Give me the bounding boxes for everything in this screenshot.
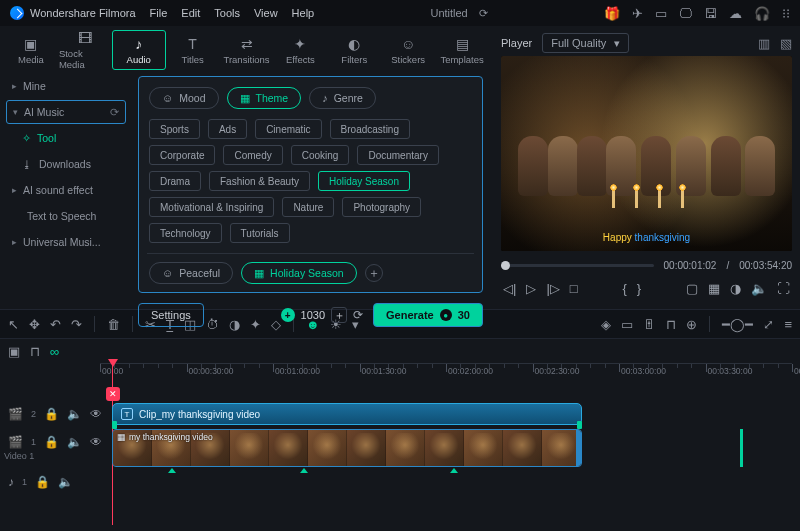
track-display-icon[interactable]: ▭ — [621, 317, 633, 332]
tag-photography[interactable]: Photography — [342, 197, 421, 217]
fullscreen-icon[interactable]: ⛶ — [777, 281, 790, 296]
menu-file[interactable]: File — [150, 7, 168, 19]
video-track-icon[interactable]: 🎬 — [8, 435, 23, 449]
tab-titles[interactable]: TTitles — [166, 30, 220, 70]
sidebar-item-mine[interactable]: ▸Mine — [6, 74, 126, 98]
phone-icon[interactable]: ▭ — [655, 6, 667, 21]
gift-icon[interactable]: 🎁 — [604, 6, 620, 21]
tab-stickers[interactable]: ☺Stickers — [381, 30, 435, 70]
title-clip[interactable]: T Clip_my thanksgiving video — [112, 403, 582, 425]
tag-comedy[interactable]: Comedy — [223, 145, 282, 165]
hand-tool-icon[interactable]: ✥ — [29, 317, 40, 332]
lock-icon[interactable]: 🔒 — [35, 475, 50, 489]
time-ruler[interactable]: 00:0000:00:30:0000:01:00:0000:01:30:0000… — [100, 363, 792, 379]
filter-genre[interactable]: ♪Genre — [309, 87, 376, 109]
tag-drama[interactable]: Drama — [149, 171, 201, 191]
tag-documentary[interactable]: Documentary — [357, 145, 438, 165]
volume-icon[interactable]: 🔈 — [751, 281, 767, 296]
cloud-icon[interactable]: ☁ — [729, 6, 742, 21]
mute-icon[interactable]: 🔈 — [58, 475, 73, 489]
tag-motivational[interactable]: Motivational & Inspiring — [149, 197, 274, 217]
tag-cooking[interactable]: Cooking — [291, 145, 350, 165]
filter-theme[interactable]: ▦Theme — [227, 87, 302, 109]
sidebar-item-tts[interactable]: Text to Speech — [6, 204, 126, 228]
delete-icon[interactable]: 🗑 — [107, 317, 120, 332]
magnet-icon[interactable]: ⊓ — [30, 344, 40, 359]
marker-icon[interactable]: ◈ — [601, 317, 611, 332]
ratio-icon[interactable]: ▢ — [686, 281, 698, 296]
progress-bar[interactable] — [501, 264, 654, 267]
tab-filters[interactable]: ◐Filters — [327, 30, 381, 70]
refresh-icon[interactable]: ⟳ — [110, 106, 119, 119]
tag-broadcasting[interactable]: Broadcasting — [330, 119, 410, 139]
redo-icon[interactable]: ↷ — [71, 317, 82, 332]
tab-stock-media[interactable]: 🎞Stock Media — [58, 30, 112, 70]
undo-icon[interactable]: ↶ — [50, 317, 61, 332]
zoom-fit-icon[interactable]: ⤢ — [763, 317, 774, 332]
grid-icon[interactable]: ▦ — [708, 281, 720, 296]
filter-mood[interactable]: ☺Mood — [149, 87, 219, 109]
tab-effects[interactable]: ✦Effects — [273, 30, 327, 70]
lock-icon[interactable]: 🔒 — [44, 407, 59, 421]
play-icon[interactable]: ▷ — [526, 281, 536, 296]
save-icon[interactable]: 🖫 — [704, 6, 717, 21]
skip-marker[interactable]: ✕ — [106, 387, 120, 401]
tag-ads[interactable]: Ads — [208, 119, 247, 139]
tag-sports[interactable]: Sports — [149, 119, 200, 139]
tag-technology[interactable]: Technology — [149, 223, 222, 243]
track-video-lane[interactable]: ▦my thanksgiving video — [100, 429, 792, 467]
tab-templates[interactable]: ▤Templates — [435, 30, 489, 70]
link-icon[interactable]: ⊕ — [686, 317, 697, 332]
next-frame-icon[interactable]: |▷ — [546, 281, 559, 296]
tag-tutorials[interactable]: Tutorials — [230, 223, 290, 243]
sequence-end-marker[interactable] — [740, 429, 743, 467]
sidebar-item-ai-music[interactable]: ▾AI Music⟳ — [6, 100, 126, 124]
cloud-sync-icon[interactable]: ⟳ — [479, 7, 488, 19]
quality-dropdown[interactable]: Full Quality▾ — [542, 33, 629, 53]
tab-transitions[interactable]: ⇄Transitions — [220, 30, 274, 70]
timeline-settings-icon[interactable]: ≡ — [784, 317, 792, 332]
mixer-icon[interactable]: 🎚 — [643, 317, 656, 332]
range-markers[interactable] — [112, 423, 582, 427]
tag-cinematic[interactable]: Cinematic — [255, 119, 321, 139]
menu-help[interactable]: Help — [292, 7, 315, 19]
generate-button[interactable]: Generate ● 30 — [373, 303, 483, 327]
monitor-icon[interactable]: 🖵 — [679, 6, 692, 21]
link-toggle-icon[interactable]: ∞ — [50, 344, 59, 359]
selected-holiday-season[interactable]: ▦Holiday Season — [241, 262, 357, 284]
preview-viewport[interactable]: Happy thanksgiving — [501, 56, 792, 251]
menu-view[interactable]: View — [254, 7, 278, 19]
zoom-slider-icon[interactable]: ━◯━ — [722, 317, 753, 332]
mute-icon[interactable]: 🔈 — [67, 407, 82, 421]
sidebar-item-tool[interactable]: ✧Tool — [6, 126, 126, 150]
more-icon[interactable]: ⁝⁝ — [782, 6, 790, 21]
mute-icon[interactable]: 🔈 — [67, 435, 82, 449]
prev-frame-icon[interactable]: ◁| — [503, 281, 516, 296]
menu-edit[interactable]: Edit — [181, 7, 200, 19]
sidebar-item-downloads[interactable]: ⭳Downloads — [6, 152, 126, 176]
progress-handle[interactable] — [501, 261, 510, 270]
player-progress[interactable]: 00:00:01:02 / 00:03:54:20 — [501, 255, 792, 275]
track-options-icon[interactable]: ▣ — [8, 344, 20, 359]
title-track-icon[interactable]: 🎬 — [8, 407, 23, 421]
quality-icon[interactable]: ◑ — [730, 281, 741, 296]
pointer-tool-icon[interactable]: ↖ — [8, 317, 19, 332]
tag-nature[interactable]: Nature — [282, 197, 334, 217]
add-credits-button[interactable]: ＋ — [331, 307, 347, 323]
headphones-icon[interactable]: 🎧 — [754, 6, 770, 21]
menu-tools[interactable]: Tools — [214, 7, 240, 19]
clip-trim-right[interactable] — [576, 430, 581, 466]
refresh-credits-icon[interactable]: ⟳ — [353, 308, 363, 322]
tag-fashion[interactable]: Fashion & Beauty — [209, 171, 310, 191]
tag-corporate[interactable]: Corporate — [149, 145, 215, 165]
video-clip[interactable]: ▦my thanksgiving video — [112, 429, 582, 467]
add-selection-button[interactable]: ＋ — [365, 264, 383, 282]
snapshot-icon[interactable]: ▧ — [780, 36, 792, 51]
selected-peaceful[interactable]: ☺Peaceful — [149, 262, 233, 284]
settings-button[interactable]: Settings — [138, 303, 204, 327]
track-title-lane[interactable]: T Clip_my thanksgiving video — [100, 403, 792, 425]
tag-holiday-season[interactable]: Holiday Season — [318, 171, 410, 191]
sidebar-item-ai-sound-effect[interactable]: ▸AI sound effect — [6, 178, 126, 202]
sidebar-item-universal-music[interactable]: ▸Universal Musi... — [6, 230, 126, 254]
lock-icon[interactable]: 🔒 — [44, 435, 59, 449]
